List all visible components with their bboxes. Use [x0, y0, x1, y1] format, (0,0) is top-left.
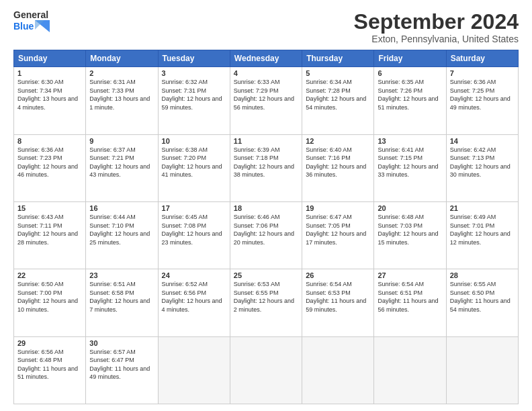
day-number: 19	[306, 204, 370, 212]
day-info: Sunrise: 6:33 AMSunset: 7:29 PMDaylight:…	[234, 79, 294, 111]
logo: General Blue	[13, 10, 50, 32]
day-info: Sunrise: 6:49 AMSunset: 7:01 PMDaylight:…	[450, 214, 511, 246]
day-number: 16	[89, 204, 154, 212]
day-info: Sunrise: 6:45 AMSunset: 7:08 PMDaylight:…	[162, 214, 222, 246]
week-row: 22 Sunrise: 6:50 AMSunset: 7:00 PMDaylig…	[14, 269, 519, 336]
day-number: 22	[17, 271, 82, 279]
week-row: 1 Sunrise: 6:30 AMSunset: 7:34 PMDayligh…	[14, 67, 519, 134]
day-number: 11	[234, 137, 298, 145]
table-cell: 14 Sunrise: 6:42 AMSunset: 7:13 PMDaylig…	[446, 134, 518, 201]
table-cell: 21 Sunrise: 6:49 AMSunset: 7:01 PMDaylig…	[446, 201, 518, 269]
day-info: Sunrise: 6:31 AMSunset: 7:33 PMDaylight:…	[89, 79, 150, 111]
day-info: Sunrise: 6:35 AMSunset: 7:26 PMDaylight:…	[378, 79, 438, 111]
table-cell: 8 Sunrise: 6:36 AMSunset: 7:23 PMDayligh…	[14, 134, 86, 201]
table-cell: 26 Sunrise: 6:54 AMSunset: 6:53 PMDaylig…	[302, 269, 374, 336]
table-cell: 29 Sunrise: 6:56 AMSunset: 6:48 PMDaylig…	[14, 336, 86, 404]
day-info: Sunrise: 6:48 AMSunset: 7:03 PMDaylight:…	[378, 214, 438, 246]
col-saturday: Saturday	[446, 50, 518, 67]
day-info: Sunrise: 6:41 AMSunset: 7:15 PMDaylight:…	[378, 146, 438, 179]
table-cell: 24 Sunrise: 6:52 AMSunset: 6:56 PMDaylig…	[158, 269, 230, 336]
table-cell: 30 Sunrise: 6:57 AMSunset: 6:47 PMDaylig…	[86, 336, 158, 404]
day-info: Sunrise: 6:44 AMSunset: 7:10 PMDaylight:…	[89, 214, 150, 246]
title-block: September 2024 Exton, Pennsylvania, Unit…	[354, 10, 519, 44]
table-cell: 20 Sunrise: 6:48 AMSunset: 7:03 PMDaylig…	[374, 201, 446, 269]
week-row: 15 Sunrise: 6:43 AMSunset: 7:11 PMDaylig…	[14, 201, 519, 269]
table-cell: 25 Sunrise: 6:53 AMSunset: 6:55 PMDaylig…	[230, 269, 302, 336]
day-number: 23	[89, 271, 154, 279]
day-info: Sunrise: 6:54 AMSunset: 6:53 PMDaylight:…	[306, 281, 366, 313]
col-sunday: Sunday	[14, 50, 86, 67]
day-info: Sunrise: 6:34 AMSunset: 7:28 PMDaylight:…	[306, 79, 366, 111]
day-info: Sunrise: 6:55 AMSunset: 6:50 PMDaylight:…	[450, 281, 511, 313]
day-info: Sunrise: 6:51 AMSunset: 6:58 PMDaylight:…	[89, 281, 150, 313]
col-tuesday: Tuesday	[158, 50, 230, 67]
day-info: Sunrise: 6:57 AMSunset: 6:47 PMDaylight:…	[89, 349, 150, 381]
day-number: 26	[306, 271, 370, 279]
day-info: Sunrise: 6:43 AMSunset: 7:11 PMDaylight:…	[17, 214, 78, 246]
table-cell: 18 Sunrise: 6:46 AMSunset: 7:06 PMDaylig…	[230, 201, 302, 269]
table-cell: 12 Sunrise: 6:40 AMSunset: 7:16 PMDaylig…	[302, 134, 374, 201]
day-info: Sunrise: 6:39 AMSunset: 7:18 PMDaylight:…	[234, 146, 294, 179]
table-cell	[446, 336, 518, 404]
logo-blue: Blue	[13, 21, 34, 32]
day-info: Sunrise: 6:52 AMSunset: 6:56 PMDaylight:…	[162, 281, 222, 313]
table-cell: 7 Sunrise: 6:36 AMSunset: 7:25 PMDayligh…	[446, 67, 518, 134]
col-wednesday: Wednesday	[230, 50, 302, 67]
logo-general: General	[13, 10, 48, 20]
table-cell: 3 Sunrise: 6:32 AMSunset: 7:31 PMDayligh…	[158, 67, 230, 134]
table-cell: 11 Sunrise: 6:39 AMSunset: 7:18 PMDaylig…	[230, 134, 302, 201]
table-cell: 23 Sunrise: 6:51 AMSunset: 6:58 PMDaylig…	[86, 269, 158, 336]
col-thursday: Thursday	[302, 50, 374, 67]
day-info: Sunrise: 6:46 AMSunset: 7:06 PMDaylight:…	[234, 214, 294, 246]
day-number: 29	[17, 339, 82, 347]
col-monday: Monday	[86, 50, 158, 67]
day-info: Sunrise: 6:32 AMSunset: 7:31 PMDaylight:…	[162, 79, 222, 111]
day-number: 1	[17, 69, 82, 77]
day-info: Sunrise: 6:37 AMSunset: 7:21 PMDaylight:…	[89, 146, 150, 179]
logo-chevron-icon	[35, 20, 50, 32]
table-cell: 19 Sunrise: 6:47 AMSunset: 7:05 PMDaylig…	[302, 201, 374, 269]
table-cell: 27 Sunrise: 6:54 AMSunset: 6:51 PMDaylig…	[374, 269, 446, 336]
day-number: 14	[450, 137, 515, 145]
day-number: 20	[378, 204, 442, 212]
location: Exton, Pennsylvania, United States	[354, 34, 519, 44]
table-cell: 4 Sunrise: 6:33 AMSunset: 7:29 PMDayligh…	[230, 67, 302, 134]
day-info: Sunrise: 6:40 AMSunset: 7:16 PMDaylight:…	[306, 146, 366, 179]
table-cell: 6 Sunrise: 6:35 AMSunset: 7:26 PMDayligh…	[374, 67, 446, 134]
table-cell: 17 Sunrise: 6:45 AMSunset: 7:08 PMDaylig…	[158, 201, 230, 269]
day-number: 15	[17, 204, 82, 212]
week-row: 29 Sunrise: 6:56 AMSunset: 6:48 PMDaylig…	[14, 336, 519, 404]
day-info: Sunrise: 6:36 AMSunset: 7:25 PMDaylight:…	[450, 79, 511, 111]
day-number: 6	[378, 69, 442, 77]
page: General Blue September 2024 Exton, Penns…	[0, 0, 532, 411]
day-number: 3	[162, 69, 226, 77]
day-number: 8	[17, 137, 82, 145]
day-info: Sunrise: 6:47 AMSunset: 7:05 PMDaylight:…	[306, 214, 366, 246]
day-number: 13	[378, 137, 442, 145]
day-number: 27	[378, 271, 442, 279]
table-cell: 10 Sunrise: 6:38 AMSunset: 7:20 PMDaylig…	[158, 134, 230, 201]
day-number: 2	[89, 69, 154, 77]
day-info: Sunrise: 6:30 AMSunset: 7:34 PMDaylight:…	[17, 79, 78, 111]
day-number: 5	[306, 69, 370, 77]
table-cell: 16 Sunrise: 6:44 AMSunset: 7:10 PMDaylig…	[86, 201, 158, 269]
table-cell	[302, 336, 374, 404]
table-cell: 9 Sunrise: 6:37 AMSunset: 7:21 PMDayligh…	[86, 134, 158, 201]
day-number: 21	[450, 204, 515, 212]
day-number: 24	[162, 271, 226, 279]
day-info: Sunrise: 6:54 AMSunset: 6:51 PMDaylight:…	[378, 281, 438, 313]
day-number: 17	[162, 204, 226, 212]
table-cell: 5 Sunrise: 6:34 AMSunset: 7:28 PMDayligh…	[302, 67, 374, 134]
week-row: 8 Sunrise: 6:36 AMSunset: 7:23 PMDayligh…	[14, 134, 519, 201]
table-cell: 2 Sunrise: 6:31 AMSunset: 7:33 PMDayligh…	[86, 67, 158, 134]
day-number: 18	[234, 204, 298, 212]
day-number: 12	[306, 137, 370, 145]
table-cell	[158, 336, 230, 404]
table-cell	[374, 336, 446, 404]
month-title: September 2024	[354, 10, 519, 34]
day-number: 4	[234, 69, 298, 77]
day-number: 7	[450, 69, 515, 77]
day-number: 28	[450, 271, 515, 279]
table-cell: 15 Sunrise: 6:43 AMSunset: 7:11 PMDaylig…	[14, 201, 86, 269]
table-cell: 1 Sunrise: 6:30 AMSunset: 7:34 PMDayligh…	[14, 67, 86, 134]
